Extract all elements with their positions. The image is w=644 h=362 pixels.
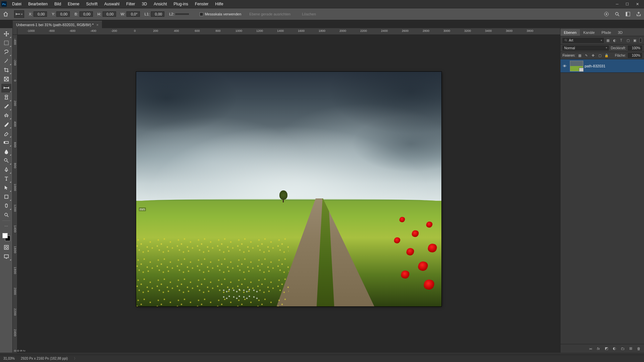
hand-tool[interactable] <box>1 201 11 210</box>
pen-tool[interactable] <box>1 165 11 174</box>
menu-ebene[interactable]: Ebene <box>65 1 82 7</box>
zoom-tool[interactable] <box>1 210 11 219</box>
ruler-origin[interactable] <box>13 28 17 35</box>
menu-hilfe[interactable]: Hilfe <box>213 1 226 7</box>
fill-value[interactable]: 100% <box>628 53 642 58</box>
menu-3d[interactable]: 3D <box>139 1 150 7</box>
lock-artboard-icon[interactable]: ▢ <box>597 53 602 58</box>
type-tool[interactable] <box>1 174 11 183</box>
lock-all-icon[interactable]: 🔒 <box>604 53 609 58</box>
layer-mask-icon[interactable]: ◩ <box>604 346 609 351</box>
menu-datei[interactable]: Datei <box>9 1 24 7</box>
cloud-docs-icon[interactable] <box>603 11 610 17</box>
path-selection-tool[interactable] <box>1 183 11 192</box>
brush-tool[interactable] <box>1 102 11 111</box>
lock-transparency-icon[interactable]: ▩ <box>577 53 582 58</box>
tab-ebenen[interactable]: Ebenen <box>560 29 580 36</box>
share-icon[interactable] <box>635 11 642 17</box>
lock-position-icon[interactable]: ✥ <box>591 53 595 58</box>
menu-ansicht[interactable]: Ansicht <box>151 1 169 7</box>
layer-style-icon[interactable]: fx <box>596 346 601 351</box>
move-tool[interactable] <box>1 29 11 38</box>
opacity-value[interactable]: 100% <box>628 46 642 51</box>
filter-type-icon[interactable]: T <box>619 38 624 43</box>
clone-stamp-tool[interactable] <box>1 111 11 120</box>
opt-l1-value[interactable]: 0,00 <box>151 11 164 17</box>
eraser-tool[interactable] <box>1 129 11 138</box>
close-button[interactable]: ✕ <box>633 1 641 7</box>
lasso-tool[interactable] <box>1 48 11 56</box>
filter-pixel-icon[interactable]: ▦ <box>605 38 610 43</box>
dodge-tool[interactable] <box>1 156 11 165</box>
close-tab-icon[interactable]: × <box>96 23 98 27</box>
filter-smart-icon[interactable]: ▣ <box>632 38 637 43</box>
link-layers-icon[interactable]: ⫘ <box>588 346 593 351</box>
shape-tool[interactable] <box>1 192 11 201</box>
status-info-menu-icon[interactable]: 〉 <box>74 356 77 361</box>
filter-toggle[interactable] <box>639 38 642 43</box>
svg-rect-5 <box>4 41 8 45</box>
screen-mode-icon[interactable] <box>1 252 11 261</box>
menu-bild[interactable]: Bild <box>52 1 64 7</box>
opacity-label: Deckkraft: <box>611 46 626 50</box>
delete-layer-icon[interactable]: 🗑 <box>636 346 641 351</box>
vertical-ruler[interactable]: - 4 0 0- 2 0 002 0 04 0 06 0 08 0 01 0 0… <box>13 35 17 353</box>
opt-x-value[interactable]: 0,00 <box>34 11 47 17</box>
horizontal-ruler[interactable]: -1000-800-600-400-2000200400600800100012… <box>17 28 560 35</box>
document-canvas[interactable]: mm <box>136 72 441 306</box>
status-doc-info[interactable]: 2920 Px x 2160 Px (182,88 ppi) <box>21 357 68 360</box>
opt-h-value[interactable]: 0,00 <box>103 11 116 17</box>
filter-adjust-icon[interactable]: ◐ <box>612 38 617 43</box>
history-brush-tool[interactable] <box>1 120 11 129</box>
menu-filter[interactable]: Filter <box>123 1 138 7</box>
opt-w-value[interactable]: 0,0° <box>126 11 140 17</box>
frame-tool[interactable] <box>1 75 11 83</box>
opt-l2-value[interactable] <box>175 13 189 15</box>
menu-auswahl[interactable]: Auswahl <box>102 1 122 7</box>
foreground-color-swatch[interactable] <box>2 233 8 238</box>
gradient-tool[interactable] <box>1 138 11 147</box>
menu-plugins[interactable]: Plug-ins <box>171 1 191 7</box>
document-tab[interactable]: Unbenannt-1 bei 31% (path-832031, RGB/8#… <box>13 21 102 28</box>
layer-filter-select[interactable]: Art ▾ <box>562 38 604 43</box>
minimize-button[interactable]: ─ <box>613 1 621 7</box>
home-button[interactable] <box>2 10 9 18</box>
maximize-button[interactable]: ☐ <box>623 1 631 7</box>
lock-pixels-icon[interactable]: ✎ <box>584 53 589 58</box>
new-layer-icon[interactable]: ⊞ <box>628 346 633 351</box>
eyedropper-tool[interactable] <box>1 84 11 93</box>
layer-row[interactable]: 👁 path-832031 <box>560 59 644 73</box>
layer-visibility-icon[interactable]: 👁 <box>560 64 569 68</box>
edit-toolbar-icon[interactable]: ⋯ <box>1 222 11 231</box>
marquee-tool[interactable] <box>1 39 11 47</box>
quick-mask-icon[interactable] <box>1 243 11 252</box>
straighten-layer-button[interactable]: Ebene gerade ausrichten <box>246 11 294 17</box>
opt-b-value[interactable]: 0,00 <box>79 11 93 17</box>
color-swatches[interactable] <box>2 233 10 241</box>
tab-pfade[interactable]: Pfade <box>598 29 614 36</box>
blend-mode-select[interactable]: Normal▾ <box>562 46 609 51</box>
blur-tool[interactable] <box>1 147 11 156</box>
layer-thumbnail[interactable] <box>570 61 583 71</box>
crop-tool[interactable] <box>1 66 11 74</box>
healing-brush-tool[interactable] <box>1 93 11 102</box>
tool-preset-picker[interactable]: ▾ <box>14 10 24 18</box>
layer-name[interactable]: path-832031 <box>585 64 605 68</box>
opt-y-value[interactable]: 0,00 <box>56 11 70 17</box>
adjustment-layer-icon[interactable]: ◐ <box>612 346 617 351</box>
fill-label: Fläche: <box>615 54 626 57</box>
canvas-stage[interactable]: mm <box>17 35 560 353</box>
search-icon[interactable] <box>614 11 621 17</box>
magic-wand-tool[interactable] <box>1 57 11 65</box>
use-scale-checkbox[interactable] <box>200 12 203 16</box>
tab-3d[interactable]: 3D <box>614 29 626 36</box>
menu-bearbeiten[interactable]: Bearbeiten <box>25 1 50 7</box>
menu-schrift[interactable]: Schrift <box>84 1 100 7</box>
status-zoom[interactable]: 31,03% <box>3 357 15 360</box>
menu-fenster[interactable]: Fenster <box>192 1 211 7</box>
clear-button[interactable]: Löschen <box>299 11 319 17</box>
tab-kanaele[interactable]: Kanäle <box>580 29 598 36</box>
layer-group-icon[interactable]: 🗀 <box>620 346 625 351</box>
filter-shape-icon[interactable]: ▢ <box>625 38 631 43</box>
workspace-icon[interactable] <box>625 11 631 17</box>
